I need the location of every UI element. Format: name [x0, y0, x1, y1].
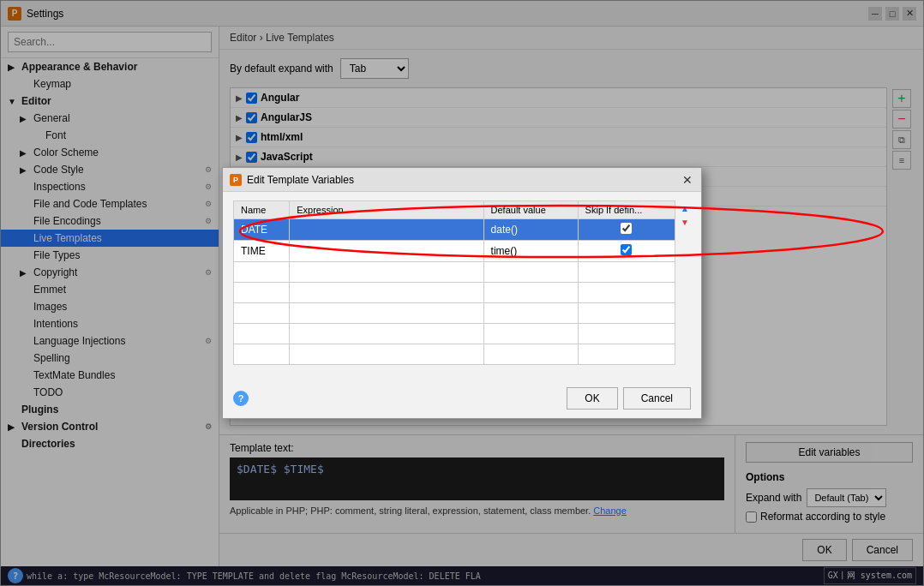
modal-overlay: P Edit Template Variables ✕ Name Express… — [0, 0, 924, 586]
col-expression: Expression — [290, 201, 483, 219]
modal-table-area: Name Expression Default value Skip If de… — [233, 200, 691, 374]
col-skip: Skip If defin... — [578, 201, 675, 219]
modal-ok-button[interactable]: OK — [567, 387, 617, 410]
expression-input[interactable] — [297, 245, 476, 257]
table-row[interactable]: TIME time() — [234, 241, 675, 262]
modal-app-icon: P — [230, 174, 242, 186]
up-down-buttons: ▲ ▼ — [679, 200, 691, 374]
row-default-value: date() — [483, 219, 578, 241]
row-name: TIME — [234, 241, 290, 262]
row-expression[interactable] — [290, 219, 483, 241]
row-skip — [578, 241, 675, 262]
skip-checkbox[interactable] — [621, 223, 632, 234]
move-up-button[interactable]: ▲ — [679, 202, 691, 214]
modal-footer: ? OK Cancel — [223, 382, 701, 418]
table-row-empty — [234, 262, 675, 283]
col-name: Name — [234, 201, 290, 219]
expression-input[interactable] — [297, 224, 476, 236]
modal-title: Edit Template Variables — [247, 174, 681, 186]
table-row[interactable]: DATE date() — [234, 219, 675, 241]
row-expression[interactable] — [290, 241, 483, 262]
modal-close-button[interactable]: ✕ — [681, 173, 694, 187]
modal-table: Name Expression Default value Skip If de… — [233, 200, 675, 365]
modal-help: ? — [233, 391, 249, 406]
row-name: DATE — [234, 219, 290, 241]
skip-checkbox[interactable] — [621, 244, 632, 255]
col-default-value: Default value — [483, 201, 578, 219]
modal-body: Name Expression Default value Skip If de… — [223, 192, 701, 382]
table-row-empty — [234, 344, 675, 365]
move-down-button[interactable]: ▼ — [679, 216, 691, 228]
table-row-empty — [234, 303, 675, 324]
modal-dialog: P Edit Template Variables ✕ Name Express… — [222, 167, 702, 419]
modal-cancel-button[interactable]: Cancel — [623, 387, 691, 410]
row-skip — [578, 219, 675, 241]
table-row-empty — [234, 324, 675, 344]
help-icon[interactable]: ? — [233, 391, 249, 406]
modal-title-bar: P Edit Template Variables ✕ — [223, 168, 701, 192]
table-row-empty — [234, 283, 675, 303]
row-default-value: time() — [483, 241, 578, 262]
